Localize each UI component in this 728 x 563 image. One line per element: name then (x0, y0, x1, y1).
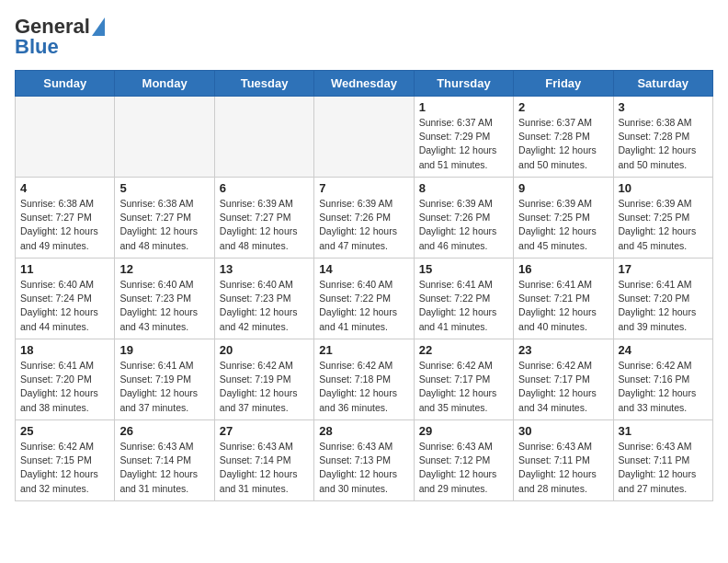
day-number: 27 (220, 424, 309, 438)
day-number: 1 (419, 100, 508, 114)
day-cell (214, 97, 313, 178)
day-cell (16, 97, 115, 178)
day-cell: 8Sunrise: 6:39 AMSunset: 7:26 PMDaylight… (414, 178, 513, 259)
day-info: Sunrise: 6:42 AMSunset: 7:17 PMDaylight:… (419, 359, 508, 415)
day-cell: 21Sunrise: 6:42 AMSunset: 7:18 PMDayligh… (314, 339, 414, 420)
day-cell: 22Sunrise: 6:42 AMSunset: 7:17 PMDayligh… (414, 339, 513, 420)
day-info: Sunrise: 6:39 AMSunset: 7:25 PMDaylight:… (619, 197, 708, 253)
day-number: 19 (119, 343, 209, 357)
day-info: Sunrise: 6:41 AMSunset: 7:22 PMDaylight:… (419, 278, 508, 334)
day-cell: 19Sunrise: 6:41 AMSunset: 7:19 PMDayligh… (115, 339, 214, 420)
week-row-1: 1Sunrise: 6:37 AMSunset: 7:29 PMDaylight… (16, 97, 713, 178)
day-number: 17 (619, 262, 708, 276)
day-cell: 9Sunrise: 6:39 AMSunset: 7:25 PMDaylight… (514, 178, 613, 259)
day-number: 29 (419, 424, 508, 438)
day-info: Sunrise: 6:39 AMSunset: 7:25 PMDaylight:… (518, 197, 608, 253)
day-info: Sunrise: 6:38 AMSunset: 7:28 PMDaylight:… (619, 116, 708, 172)
calendar-table: SundayMondayTuesdayWednesdayThursdayFrid… (15, 70, 713, 501)
day-cell (115, 97, 214, 178)
col-header-sunday: Sunday (16, 71, 115, 97)
day-number: 16 (518, 262, 608, 276)
day-number: 24 (619, 343, 708, 357)
day-number: 31 (619, 424, 708, 438)
day-cell: 10Sunrise: 6:39 AMSunset: 7:25 PMDayligh… (613, 178, 712, 259)
day-info: Sunrise: 6:40 AMSunset: 7:24 PMDaylight:… (20, 278, 109, 334)
day-number: 23 (518, 343, 608, 357)
day-cell: 29Sunrise: 6:43 AMSunset: 7:12 PMDayligh… (414, 420, 513, 501)
day-info: Sunrise: 6:37 AMSunset: 7:29 PMDaylight:… (419, 116, 508, 172)
day-info: Sunrise: 6:42 AMSunset: 7:15 PMDaylight:… (20, 440, 109, 496)
day-number: 13 (220, 262, 309, 276)
day-number: 8 (419, 181, 508, 195)
day-cell: 30Sunrise: 6:43 AMSunset: 7:11 PMDayligh… (514, 420, 613, 501)
day-number: 22 (419, 343, 508, 357)
day-number: 11 (20, 262, 109, 276)
day-number: 30 (518, 424, 608, 438)
day-cell: 31Sunrise: 6:43 AMSunset: 7:11 PMDayligh… (613, 420, 712, 501)
logo-triangle-icon (92, 17, 105, 36)
day-cell: 25Sunrise: 6:42 AMSunset: 7:15 PMDayligh… (16, 420, 115, 501)
col-header-thursday: Thursday (414, 71, 513, 97)
day-cell: 5Sunrise: 6:38 AMSunset: 7:27 PMDaylight… (115, 178, 214, 259)
day-cell: 14Sunrise: 6:40 AMSunset: 7:22 PMDayligh… (314, 259, 414, 339)
day-number: 21 (319, 343, 408, 357)
day-info: Sunrise: 6:41 AMSunset: 7:21 PMDaylight:… (518, 278, 608, 334)
day-cell: 23Sunrise: 6:42 AMSunset: 7:17 PMDayligh… (514, 339, 613, 420)
day-cell: 18Sunrise: 6:41 AMSunset: 7:20 PMDayligh… (16, 339, 115, 420)
col-header-monday: Monday (115, 71, 214, 97)
day-number: 20 (220, 343, 309, 357)
day-number: 5 (119, 181, 209, 195)
day-number: 25 (20, 424, 109, 438)
day-number: 26 (119, 424, 209, 438)
day-number: 15 (419, 262, 508, 276)
logo-blue: Blue (15, 35, 59, 59)
day-info: Sunrise: 6:39 AMSunset: 7:27 PMDaylight:… (220, 197, 309, 253)
day-cell: 1Sunrise: 6:37 AMSunset: 7:29 PMDaylight… (414, 97, 513, 178)
calendar-header-row: SundayMondayTuesdayWednesdayThursdayFrid… (16, 71, 713, 97)
day-info: Sunrise: 6:43 AMSunset: 7:14 PMDaylight:… (119, 440, 209, 496)
day-info: Sunrise: 6:40 AMSunset: 7:23 PMDaylight:… (220, 278, 309, 334)
day-cell (314, 97, 414, 178)
day-cell: 17Sunrise: 6:41 AMSunset: 7:20 PMDayligh… (613, 259, 712, 339)
day-cell: 27Sunrise: 6:43 AMSunset: 7:14 PMDayligh… (214, 420, 313, 501)
day-cell: 3Sunrise: 6:38 AMSunset: 7:28 PMDaylight… (613, 97, 712, 178)
day-cell: 28Sunrise: 6:43 AMSunset: 7:13 PMDayligh… (314, 420, 414, 501)
day-cell: 2Sunrise: 6:37 AMSunset: 7:28 PMDaylight… (514, 97, 613, 178)
day-info: Sunrise: 6:40 AMSunset: 7:23 PMDaylight:… (119, 278, 209, 334)
day-info: Sunrise: 6:43 AMSunset: 7:13 PMDaylight:… (319, 440, 408, 496)
day-number: 28 (319, 424, 408, 438)
day-number: 4 (20, 181, 109, 195)
day-info: Sunrise: 6:43 AMSunset: 7:14 PMDaylight:… (220, 440, 309, 496)
week-row-3: 11Sunrise: 6:40 AMSunset: 7:24 PMDayligh… (16, 259, 713, 339)
day-info: Sunrise: 6:41 AMSunset: 7:20 PMDaylight:… (20, 359, 109, 415)
day-cell: 12Sunrise: 6:40 AMSunset: 7:23 PMDayligh… (115, 259, 214, 339)
day-info: Sunrise: 6:41 AMSunset: 7:20 PMDaylight:… (619, 278, 708, 334)
day-info: Sunrise: 6:38 AMSunset: 7:27 PMDaylight:… (20, 197, 109, 253)
day-number: 14 (319, 262, 408, 276)
day-number: 3 (619, 100, 708, 114)
day-info: Sunrise: 6:43 AMSunset: 7:11 PMDaylight:… (518, 440, 608, 496)
day-info: Sunrise: 6:42 AMSunset: 7:19 PMDaylight:… (220, 359, 309, 415)
day-cell: 15Sunrise: 6:41 AMSunset: 7:22 PMDayligh… (414, 259, 513, 339)
day-info: Sunrise: 6:42 AMSunset: 7:18 PMDaylight:… (319, 359, 408, 415)
day-info: Sunrise: 6:39 AMSunset: 7:26 PMDaylight:… (419, 197, 508, 253)
day-number: 10 (619, 181, 708, 195)
day-info: Sunrise: 6:42 AMSunset: 7:17 PMDaylight:… (518, 359, 608, 415)
col-header-tuesday: Tuesday (214, 71, 313, 97)
day-cell: 6Sunrise: 6:39 AMSunset: 7:27 PMDaylight… (214, 178, 313, 259)
day-number: 9 (518, 181, 608, 195)
day-cell: 13Sunrise: 6:40 AMSunset: 7:23 PMDayligh… (214, 259, 313, 339)
week-row-5: 25Sunrise: 6:42 AMSunset: 7:15 PMDayligh… (16, 420, 713, 501)
day-info: Sunrise: 6:38 AMSunset: 7:27 PMDaylight:… (119, 197, 209, 253)
day-number: 2 (518, 100, 608, 114)
col-header-wednesday: Wednesday (314, 71, 414, 97)
day-number: 6 (220, 181, 309, 195)
day-info: Sunrise: 6:43 AMSunset: 7:11 PMDaylight:… (619, 440, 708, 496)
day-number: 7 (319, 181, 408, 195)
day-info: Sunrise: 6:43 AMSunset: 7:12 PMDaylight:… (419, 440, 508, 496)
day-info: Sunrise: 6:41 AMSunset: 7:19 PMDaylight:… (119, 359, 209, 415)
header: General Blue (15, 15, 713, 59)
logo: General Blue (15, 15, 105, 59)
day-info: Sunrise: 6:39 AMSunset: 7:26 PMDaylight:… (319, 197, 408, 253)
day-number: 18 (20, 343, 109, 357)
